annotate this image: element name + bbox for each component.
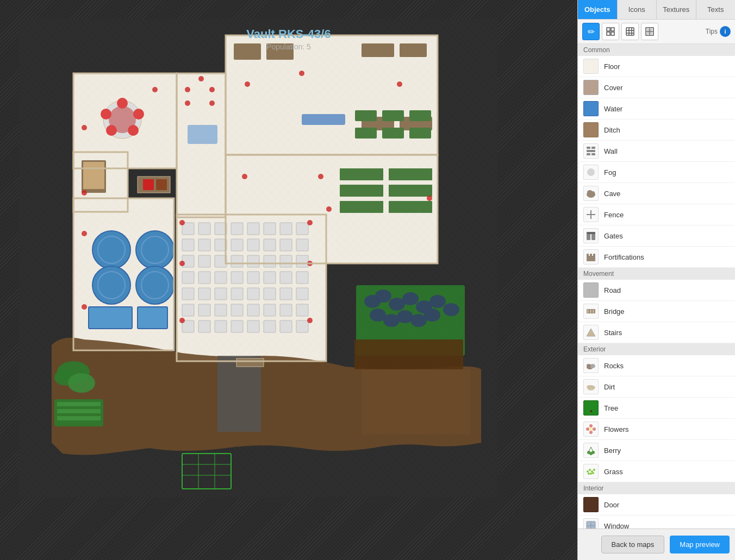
svg-point-117 xyxy=(307,220,313,225)
svg-rect-38 xyxy=(177,73,226,217)
svg-rect-85 xyxy=(198,272,210,284)
object-dirt[interactable]: Dirt xyxy=(578,376,735,398)
svg-rect-71 xyxy=(231,239,243,251)
object-flowers[interactable]: Flowers xyxy=(578,419,735,440)
svg-rect-140 xyxy=(57,409,101,413)
svg-rect-204 xyxy=(593,254,595,257)
object-ditch[interactable]: Ditch xyxy=(578,119,735,141)
object-tree[interactable]: Tree xyxy=(578,398,735,419)
svg-rect-109 xyxy=(198,320,210,332)
object-cover[interactable]: Cover xyxy=(578,77,735,98)
back-to-maps-button[interactable]: Back to maps xyxy=(601,536,665,553)
svg-rect-112 xyxy=(247,320,259,332)
svg-rect-202 xyxy=(587,254,589,257)
water-label: Water xyxy=(604,105,622,113)
svg-rect-174 xyxy=(611,32,614,35)
svg-rect-89 xyxy=(264,272,276,284)
svg-rect-51 xyxy=(340,185,383,197)
svg-rect-207 xyxy=(590,310,591,313)
tab-texts[interactable]: Texts xyxy=(696,0,736,19)
object-water[interactable]: Water xyxy=(578,98,735,119)
grid-tool-1-button[interactable] xyxy=(602,23,619,40)
svg-point-121 xyxy=(307,318,313,323)
svg-rect-17 xyxy=(355,128,377,139)
svg-rect-106 xyxy=(280,304,292,316)
object-cave[interactable]: Cave xyxy=(578,183,735,204)
section-common-header: Common xyxy=(578,44,735,56)
svg-point-192 xyxy=(587,168,595,176)
svg-rect-172 xyxy=(611,28,614,31)
svg-rect-74 xyxy=(280,239,292,251)
objects-list: Common Floor Cover Water Ditch xyxy=(578,44,735,528)
svg-point-134 xyxy=(82,304,87,310)
svg-rect-139 xyxy=(57,402,101,406)
section-exterior-header: Exterior xyxy=(578,343,735,355)
info-button[interactable]: i xyxy=(720,26,731,37)
svg-rect-10 xyxy=(362,43,394,57)
object-door[interactable]: Door xyxy=(578,494,735,515)
svg-point-219 xyxy=(589,424,593,427)
svg-rect-107 xyxy=(296,304,308,316)
grid-tool-2-button[interactable] xyxy=(621,23,639,40)
object-berry[interactable]: Berry xyxy=(578,440,735,461)
object-window[interactable]: Window xyxy=(578,515,735,528)
tips-label: Tips xyxy=(706,28,718,35)
svg-rect-157 xyxy=(362,369,470,435)
svg-rect-103 xyxy=(231,304,243,316)
svg-rect-50 xyxy=(389,168,432,180)
svg-rect-191 xyxy=(591,153,595,155)
svg-rect-190 xyxy=(587,153,590,155)
svg-rect-79 xyxy=(231,255,243,267)
svg-rect-96 xyxy=(247,288,259,300)
svg-rect-115 xyxy=(296,320,308,332)
object-bridge[interactable]: Bridge xyxy=(578,301,735,322)
svg-point-40 xyxy=(185,87,190,92)
svg-rect-73 xyxy=(264,239,276,251)
grass-label: Grass xyxy=(604,468,623,476)
map-preview-button[interactable]: Map preview xyxy=(670,536,730,553)
svg-rect-91 xyxy=(296,272,308,284)
toolbar: ✏ xyxy=(578,20,735,44)
svg-point-232 xyxy=(590,473,592,475)
map-canvas-area[interactable]: Vault RKS-43/6 Population: 5 xyxy=(0,0,577,560)
svg-rect-82 xyxy=(280,255,292,267)
object-grass[interactable]: Grass xyxy=(578,461,735,482)
svg-rect-199 xyxy=(591,234,595,240)
object-stairs[interactable]: Stairs xyxy=(578,322,735,343)
svg-point-228 xyxy=(587,470,589,473)
cave-label: Cave xyxy=(604,190,620,198)
svg-rect-39 xyxy=(188,125,217,144)
svg-rect-95 xyxy=(231,288,243,300)
berry-icon xyxy=(583,443,599,458)
object-wall[interactable]: Wall xyxy=(578,141,735,162)
gates-icon xyxy=(583,228,599,243)
svg-rect-99 xyxy=(296,288,308,300)
object-rocks[interactable]: Rocks xyxy=(578,355,735,376)
svg-point-154 xyxy=(424,309,440,322)
tab-textures[interactable]: Textures xyxy=(657,0,696,19)
object-fog[interactable]: Fog xyxy=(578,162,735,183)
object-floor[interactable]: Floor xyxy=(578,56,735,77)
object-gates[interactable]: Gates xyxy=(578,225,735,247)
gates-label: Gates xyxy=(604,232,623,240)
svg-point-195 xyxy=(590,191,595,194)
tab-objects[interactable]: Objects xyxy=(578,0,618,19)
tab-bar: Objects Icons Textures Texts xyxy=(578,0,735,20)
grid-tool-3-button[interactable] xyxy=(641,23,658,40)
svg-rect-54 xyxy=(389,201,432,213)
brush-tool-button[interactable]: ✏ xyxy=(582,23,600,40)
object-fortifications[interactable]: Fortifications xyxy=(578,247,735,268)
svg-rect-187 xyxy=(587,150,595,152)
dungeon-map-svg[interactable] xyxy=(19,19,497,497)
rocks-icon xyxy=(583,358,599,373)
tab-icons[interactable]: Icons xyxy=(618,0,657,19)
svg-rect-87 xyxy=(231,272,243,284)
object-fence[interactable]: Fence xyxy=(578,204,735,225)
svg-point-233 xyxy=(588,473,590,475)
svg-point-21 xyxy=(245,81,250,87)
svg-point-214 xyxy=(587,385,591,388)
tree-label: Tree xyxy=(604,404,618,412)
svg-rect-81 xyxy=(264,255,276,267)
object-road[interactable]: Road xyxy=(578,280,735,301)
svg-rect-68 xyxy=(182,239,194,251)
